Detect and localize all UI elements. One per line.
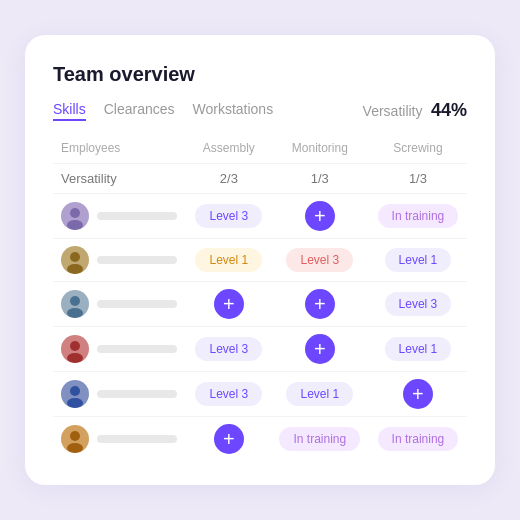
table-row: Level 3 + Level 1 [53,327,467,372]
col-assembly: Assembly [187,135,271,164]
add-button[interactable]: + [305,201,335,231]
badge: Level 1 [385,337,452,361]
table-row: + In training In training [53,417,467,462]
employee-cell [61,380,179,408]
employee-cell [61,246,179,274]
badge: In training [378,427,459,451]
name-bar [97,390,177,398]
svg-point-8 [70,386,80,396]
versatility-summary: Versatility 44% [363,100,467,121]
employee-cell [61,425,179,453]
badge: Level 3 [195,204,262,228]
badge: In training [279,427,360,451]
avatar [61,335,89,363]
skills-table: Employees Assembly Monitoring Screwing V… [53,135,467,461]
avatar [61,425,89,453]
team-overview-card: Team overview Skills Clearances Workstat… [25,35,495,485]
add-button[interactable]: + [214,424,244,454]
add-button[interactable]: + [305,334,335,364]
svg-point-1 [67,220,83,230]
assembly-frac: 2/3 [187,164,271,194]
avatar [61,380,89,408]
name-bar [97,435,177,443]
employee-cell [61,202,179,230]
name-bar [97,256,177,264]
svg-point-0 [70,208,80,218]
svg-point-5 [67,308,83,318]
svg-point-11 [67,443,83,453]
add-button[interactable]: + [214,289,244,319]
col-monitoring: Monitoring [271,135,369,164]
svg-point-6 [70,341,80,351]
svg-point-10 [70,431,80,441]
avatar [61,202,89,230]
svg-point-3 [67,264,83,274]
versatility-value: 44% [431,100,467,120]
tab-workstations[interactable]: Workstations [193,101,274,121]
table-row: + + Level 3 [53,282,467,327]
badge: Level 3 [286,248,353,272]
monitoring-frac: 1/3 [271,164,369,194]
svg-point-7 [67,353,83,363]
col-employees: Employees [53,135,187,164]
name-bar [97,345,177,353]
versatility-label: Versatility [363,103,423,119]
avatar [61,246,89,274]
badge: Level 3 [195,382,262,406]
col-screwing: Screwing [369,135,467,164]
table-row: Level 3 Level 1 + [53,372,467,417]
avatar [61,290,89,318]
badge: Level 1 [195,248,262,272]
versatility-name: Versatility [53,164,187,194]
page-title: Team overview [53,63,467,86]
badge: Level 3 [385,292,452,316]
badge: In training [378,204,459,228]
table-row: Level 3 + In training [53,194,467,239]
tab-clearances[interactable]: Clearances [104,101,175,121]
badge: Level 1 [385,248,452,272]
employee-cell [61,335,179,363]
table-row: Level 1 Level 3 Level 1 [53,239,467,282]
badge: Level 3 [195,337,262,361]
svg-point-2 [70,252,80,262]
add-button[interactable]: + [403,379,433,409]
screwing-frac: 1/3 [369,164,467,194]
tab-skills[interactable]: Skills [53,101,86,121]
svg-point-9 [67,398,83,408]
tabs-row: Skills Clearances Workstations Versatili… [53,100,467,121]
svg-point-4 [70,296,80,306]
name-bar [97,300,177,308]
versatility-row: Versatility 2/3 1/3 1/3 [53,164,467,194]
name-bar [97,212,177,220]
tab-group: Skills Clearances Workstations [53,101,273,121]
badge: Level 1 [286,382,353,406]
employee-cell [61,290,179,318]
add-button[interactable]: + [305,289,335,319]
